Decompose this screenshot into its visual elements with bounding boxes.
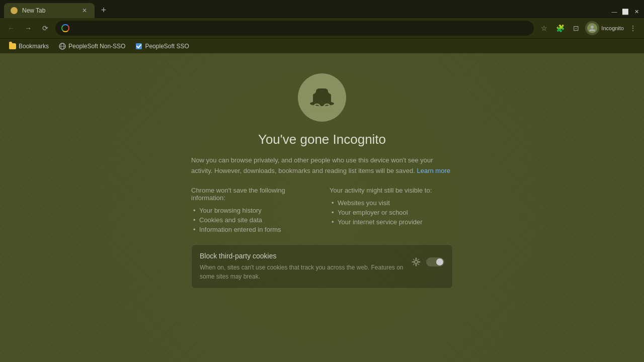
forward-button[interactable]: → [21,21,35,35]
svg-rect-8 [316,88,328,96]
incognito-icon-wrapper [191,73,453,122]
learn-more-link[interactable]: Learn more [417,167,450,174]
gear-icon [412,257,421,266]
bookmark-peoplesoft-sso[interactable]: PeopleSoft SSO [131,41,193,51]
incognito-icon-circle [298,73,346,122]
window-controls: — ⬜ ✕ [611,8,640,18]
activity-visible-title: Your activity might still be visible to: [330,187,453,194]
profile-name-label: Incognito [601,25,624,31]
activity-visible-list: Websites you visit Your employer or scho… [330,198,453,227]
tab-close-button[interactable]: ✕ [80,7,89,15]
reload-button[interactable]: ⟳ [38,21,52,35]
active-tab[interactable]: New Tab ✕ [4,3,95,18]
incognito-card: You've gone Incognito Now you can browse… [191,73,453,289]
cookies-toggle[interactable] [426,257,444,266]
list-item-isp: Your internet service provider [330,217,453,227]
list-item-forms: Information entered in forms [191,225,314,234]
bookmarks-bar: Bookmarks PeopleSoft Non-SSO PeopleSoft … [0,38,644,53]
bookmark-peoplesoft-nonsso[interactable]: PeopleSoft Non-SSO [55,41,129,51]
title-bar: New Tab ✕ + — ⬜ ✕ [0,0,644,18]
back-button[interactable]: ← [4,21,18,35]
chrome-wont-save-list: Your browsing history Cookies and site d… [191,206,314,234]
svg-point-0 [591,26,594,29]
activity-visible-col: Your activity might still be visible to:… [330,187,453,234]
bookmark-star-button[interactable]: ☆ [537,21,551,35]
cookies-actions [410,256,444,268]
maximize-button[interactable]: ⬜ [622,8,629,15]
chrome-wont-save-col: Chrome won't save the following informat… [191,187,314,234]
info-columns: Chrome won't save the following informat… [191,187,453,234]
navigation-bar: ← → ⟳ ☆ 🧩 ⊡ Incognito ⋮ [0,18,644,38]
tab-search-button[interactable]: ⊡ [569,21,583,35]
list-item-cookies: Cookies and site data [191,215,314,225]
main-content: You've gone Incognito Now you can browse… [0,53,644,362]
cookies-description: When on, sites can't use cookies that tr… [200,263,404,281]
incognito-hat-icon [307,82,337,113]
list-item-employer: Your employer or school [330,208,453,217]
profile-button[interactable] [585,21,599,35]
peoplesoft-nonsso-label: PeopleSoft Non-SSO [68,43,125,50]
folder-icon [9,43,16,49]
minimize-button[interactable]: — [611,8,618,15]
tab-favicon [10,7,18,15]
bookmarks-label: Bookmarks [19,43,49,50]
globe-icon [59,43,66,50]
peoplesoft-sso-label: PeopleSoft SSO [145,43,189,50]
toggle-knob [436,258,443,265]
cookies-title: Block third-party cookies [200,252,404,260]
tab-title: New Tab [22,7,76,14]
avatar [587,23,597,33]
checkbox-icon [135,43,142,50]
nav-actions: ☆ 🧩 ⊡ Incognito ⋮ [537,21,640,35]
address-bar[interactable] [55,21,534,36]
new-tab-button[interactable]: + [97,3,111,17]
svg-point-14 [415,260,418,263]
list-item-browsing-history: Your browsing history [191,206,314,215]
bookmarks-folder[interactable]: Bookmarks [5,41,53,51]
cookies-settings-button[interactable] [410,256,422,268]
google-icon [61,24,69,32]
incognito-description: Now you can browse privately, and other … [191,155,453,176]
incognito-title: You've gone Incognito [191,132,453,147]
close-window-button[interactable]: ✕ [633,8,640,15]
chrome-wont-save-title: Chrome won't save the following informat… [191,187,314,202]
more-options-button[interactable]: ⋮ [626,21,640,35]
cookies-box: Block third-party cookies When on, sites… [191,244,453,289]
cookies-content: Block third-party cookies When on, sites… [200,252,404,281]
extension-puzzle-button[interactable]: 🧩 [553,21,567,35]
list-item-websites: Websites you visit [330,198,453,208]
